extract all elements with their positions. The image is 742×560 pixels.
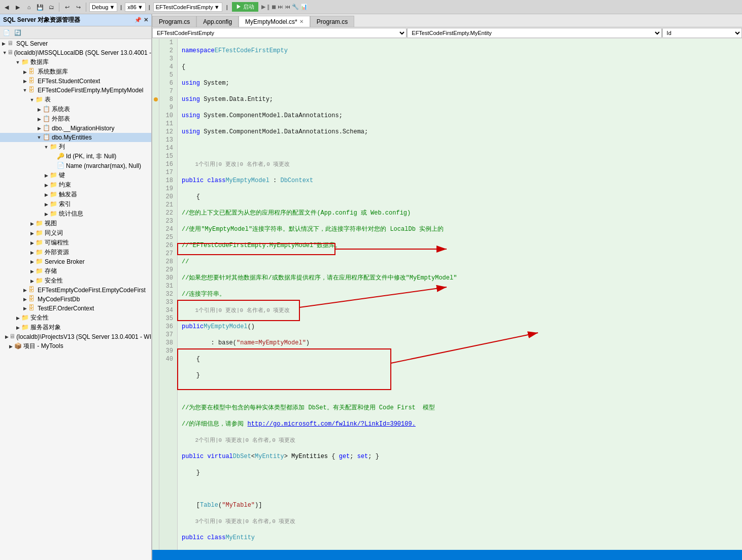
expand-ext-tables[interactable]: ▶ [36, 117, 43, 122]
code-line-2: { [182, 63, 742, 71]
tree-item-server-objects[interactable]: ▶ 📁 服务器对象 [0, 323, 151, 332]
expand-migration[interactable]: ▶ [36, 126, 43, 131]
expand-triggers-folder[interactable]: ▶ [43, 192, 50, 197]
back-icon[interactable]: ◀ [2, 3, 11, 12]
expand-security2[interactable]: ▶ [14, 316, 21, 321]
line-num-40: 40 [159, 355, 175, 363]
expand-constraints-folder[interactable]: ▶ [43, 183, 50, 188]
class-dropdown[interactable]: EFTestCodeFirstEmpty.MyEntity [407, 28, 661, 38]
line-num-19: 19 [159, 185, 175, 193]
tree-item-migration[interactable]: ▶ 📋 dbo.__MigrationHistory [0, 124, 151, 133]
expand-synonyms-folder[interactable]: ▶ [28, 231, 36, 236]
tree-item-constraints-folder[interactable]: ▶ 📁 约束 [0, 180, 151, 190]
tab-app-config[interactable]: App.config [196, 16, 239, 27]
tree-item-mycodefirstdb[interactable]: ▶ 🗄 MyCodeFirstDb [0, 295, 151, 304]
tab-program-cs2[interactable]: Program.cs [310, 16, 354, 27]
tree-item-localdb[interactable]: ▼ 🖥 (localdb)\MSSQLLocalDB (SQL Server 1… [0, 48, 151, 57]
namespace-dropdown[interactable]: EFTestCodeFirstEmpty [152, 28, 407, 38]
pin-icon[interactable]: 📌 [134, 17, 142, 23]
expand-service-broker[interactable]: ▶ [28, 259, 36, 264]
new-query-icon[interactable]: 📄 [2, 28, 11, 37]
tab-program-cs[interactable]: Program.cs [152, 16, 196, 27]
close-tab-icon[interactable]: ✕ [299, 19, 303, 24]
expand-projectsv13[interactable]: ▶ [5, 334, 9, 339]
tree-item-my-entities[interactable]: ▼ 📋 dbo.MyEntities [0, 133, 151, 142]
tree-item-sql-server[interactable]: ▶ 🖥 SQL Server [0, 39, 151, 48]
tree-item-programmability-folder[interactable]: ▶ 📁 可编程性 [0, 238, 151, 248]
line-num-11: 11 [159, 120, 175, 128]
expand-views-folder[interactable]: ▶ [28, 221, 36, 226]
msdn-link[interactable]: http://go.microsoft.com/fwlink/?LinkId=3… [248, 421, 416, 428]
expand-my-entities[interactable]: ▼ [36, 135, 43, 140]
tree-item-synonyms-folder[interactable]: ▶ 📁 同义词 [0, 228, 151, 238]
tree-item-security-folder[interactable]: ▶ 📁 安全性 [0, 276, 151, 286]
project-label: EFTestCodeFirstEmpty [156, 4, 213, 10]
tree-item-indexes-folder[interactable]: ▶ 📁 索引 [0, 199, 151, 209]
line-num-34: 34 [159, 306, 175, 314]
expand-mycodefirstdb[interactable]: ▶ [21, 297, 28, 302]
tree-item-stats-folder[interactable]: ▶ 📁 统计信息 [0, 209, 151, 219]
tree-item-tables-folder[interactable]: ▼ 📁 表 [0, 95, 151, 104]
save-icon[interactable]: 💾 [36, 3, 45, 12]
expand-databases[interactable]: ▼ [14, 60, 21, 65]
tree-item-keys-folder[interactable]: ▶ 📁 键 [0, 170, 151, 180]
home-icon[interactable]: ⌂ [24, 3, 33, 12]
expand-testef-order[interactable]: ▶ [21, 306, 28, 311]
tree-item-service-broker[interactable]: ▶ 📁 Service Broker [0, 257, 151, 266]
code-info-4: 3个引用|0 项更改|0 名作者,0 项更改 [182, 517, 742, 526]
expand-my-empty-model[interactable]: ▼ [21, 88, 28, 93]
expand-tables-folder[interactable]: ▼ [28, 97, 36, 102]
tab-my-empty-model[interactable]: MyEmptyModel.cs* ✕ [239, 16, 310, 27]
play-button[interactable]: ▶ 启动 [232, 2, 258, 12]
tree-item-eftest-student[interactable]: ▶ 🗄 EFTest.StudentContext [0, 77, 151, 86]
tree-item-name-col[interactable]: 📄 Name (nvarchar(max), Null) [0, 161, 151, 170]
tree-item-testef-order[interactable]: ▶ 🗄 TestEF.OrderContext [0, 304, 151, 313]
expand-ext-folder[interactable]: ▶ [28, 250, 36, 255]
expand-stats-folder[interactable]: ▶ [43, 212, 50, 217]
platform-dropdown[interactable]: x86 ▼ [125, 3, 146, 12]
tree-item-eftest-empty[interactable]: ▶ 🗄 EFTestEmptyCodeFirst.EmptyCodeFirst [0, 286, 151, 295]
undo-icon[interactable]: ↩ [62, 3, 72, 12]
expand-indexes-folder[interactable]: ▶ [43, 202, 50, 207]
tree-item-id-col[interactable]: 🔑 Id (PK, int, 非 Null) [0, 152, 151, 161]
tree-item-sysdb[interactable]: ▶ 🗄 系统数据库 [0, 67, 151, 77]
save-all-icon[interactable]: 🗂 [47, 3, 56, 12]
close-panel-icon[interactable]: ✕ [144, 17, 148, 23]
line-num-31: 31 [159, 282, 175, 290]
refresh-icon[interactable]: 🔄 [13, 28, 22, 37]
project-dropdown[interactable]: EFTestCodeFirstEmpty ▼ [153, 3, 222, 12]
expand-columns-folder[interactable]: ▼ [43, 145, 50, 150]
tree-item-my-empty-model[interactable]: ▼ 🗄 EFTestCodeFirstEmpty.MyEmptyModel [0, 86, 151, 95]
expand-sysdb[interactable]: ▶ [21, 69, 28, 75]
tree-item-databases[interactable]: ▼ 📁 数据库 [0, 57, 151, 67]
tree-container[interactable]: ▶ 🖥 SQL Server ▼ 🖥 (localdb)\MSSQLLocalD… [0, 39, 151, 560]
expand-localdb[interactable]: ▼ [3, 50, 7, 55]
expand-sys-tables[interactable]: ▶ [36, 107, 43, 112]
tree-item-views-folder[interactable]: ▶ 📁 视图 [0, 219, 151, 228]
expand-keys-folder[interactable]: ▶ [43, 173, 50, 178]
member-dropdown[interactable]: Id [662, 28, 742, 38]
expand-mytools[interactable]: ▶ [7, 344, 14, 349]
tree-item-external-folder[interactable]: ▶ 📁 外部资源 [0, 248, 151, 257]
debug-dropdown[interactable]: Debug ▼ [89, 3, 117, 12]
tree-item-triggers-folder[interactable]: ▶ 📁 触发器 [0, 190, 151, 199]
constraints-folder-icon: 📁 [50, 181, 58, 189]
expand-prog-folder[interactable]: ▶ [28, 240, 36, 246]
expand-storage-folder[interactable]: ▶ [28, 269, 36, 274]
tree-item-sys-tables[interactable]: ▶ 📋 系统表 [0, 104, 151, 114]
tree-item-security2[interactable]: ▶ 📁 安全性 [0, 313, 151, 323]
sys-tables-label: 系统表 [52, 105, 70, 114]
tree-item-storage-folder[interactable]: ▶ 📁 存储 [0, 266, 151, 276]
redo-icon[interactable]: ↪ [74, 3, 83, 12]
tree-item-columns-folder[interactable]: ▼ 📁 列 [0, 142, 151, 152]
expand-eftest-empty[interactable]: ▶ [21, 288, 28, 293]
expand-sql-server[interactable]: ▶ [0, 41, 7, 46]
tree-item-mytools[interactable]: ▶ 📦 项目 - MyTools [0, 341, 151, 351]
tree-item-projectsv13[interactable]: ▶ 🖥 (localdb)\ProjectsV13 (SQL Server 13… [0, 332, 151, 341]
expand-security-folder[interactable]: ▶ [28, 278, 36, 284]
code-area[interactable]: 1 2 3 4 5 6 7 8 9 10 11 12 13 14 15 16 1… [152, 39, 742, 550]
tree-item-ext-tables[interactable]: ▶ 📋 外部表 [0, 114, 151, 124]
expand-server-objects[interactable]: ▶ [14, 325, 21, 330]
forward-icon[interactable]: ▶ [13, 3, 22, 12]
expand-eftest-student[interactable]: ▶ [21, 79, 28, 84]
